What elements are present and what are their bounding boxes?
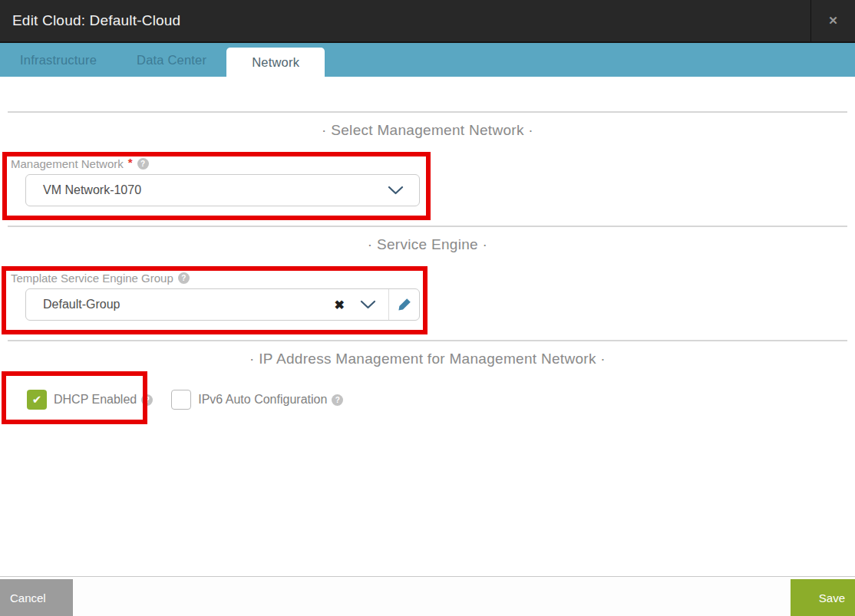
section-heading-ipam: · IP Address Management for Management N… — [0, 348, 855, 370]
tab-infrastructure[interactable]: Infrastructure — [0, 43, 117, 77]
ipam-checkbox-row: ✔ DHCP Enabled ? IPv6 Auto Configuration… — [27, 390, 855, 410]
help-icon[interactable]: ? — [141, 394, 153, 406]
section-heading-select-management-network: · Select Management Network · — [0, 120, 855, 141]
section-heading-service-engine: · Service Engine · — [0, 234, 855, 255]
modal-body: · Select Management Network · Management… — [0, 111, 855, 611]
help-icon[interactable]: ? — [178, 272, 190, 284]
management-network-select[interactable]: VM Network-1070 — [25, 174, 420, 206]
cancel-button[interactable]: Cancel — [0, 579, 73, 616]
section-divider — [8, 340, 847, 341]
tab-data-center[interactable]: Data Center — [117, 43, 226, 77]
edit-service-engine-group-button[interactable] — [388, 289, 419, 320]
chevron-down-icon — [360, 300, 388, 309]
template-seg-label: Template Service Engine Group — [11, 272, 173, 285]
required-asterisk: * — [128, 156, 133, 169]
template-service-engine-group-field: Template Service Engine Group ? Default-… — [11, 271, 855, 321]
help-icon[interactable]: ? — [137, 158, 149, 170]
ipv6-auto-configuration-checkbox[interactable] — [171, 390, 191, 410]
tab-network[interactable]: Network — [226, 48, 325, 77]
template-seg-selected-value: Default-Group — [26, 298, 335, 311]
modal-title: Edit Cloud: Default-Cloud — [0, 12, 180, 29]
dhcp-enabled-checkbox[interactable]: ✔ — [27, 390, 47, 410]
clear-selection-icon[interactable]: ✖ — [335, 298, 345, 312]
close-button[interactable]: ✕ — [810, 0, 855, 41]
section-divider — [8, 226, 847, 227]
management-network-field: Management Network * ? VM Network-1070 — [11, 156, 855, 206]
chevron-down-icon — [388, 186, 419, 195]
pencil-icon — [398, 298, 411, 311]
template-seg-label-row: Template Service Engine Group ? — [11, 271, 855, 285]
management-network-label: Management Network — [11, 157, 124, 170]
dhcp-enabled-label: DHCP Enabled — [54, 393, 137, 407]
modal-header: Edit Cloud: Default-Cloud ✕ — [0, 0, 855, 43]
check-icon: ✔ — [32, 393, 42, 407]
template-seg-select[interactable]: Default-Group ✖ — [25, 288, 420, 321]
management-network-label-row: Management Network * ? — [11, 156, 855, 170]
close-icon: ✕ — [828, 14, 838, 28]
section-divider — [8, 111, 847, 113]
management-network-selected-value: VM Network-1070 — [26, 183, 388, 197]
save-button[interactable]: Save — [791, 579, 855, 616]
tab-bar: Infrastructure Data Center Network — [0, 43, 855, 77]
ipv6-auto-configuration-label: IPv6 Auto Configuration — [198, 393, 327, 407]
modal-footer: Cancel Save — [0, 576, 855, 616]
help-icon[interactable]: ? — [332, 394, 343, 406]
